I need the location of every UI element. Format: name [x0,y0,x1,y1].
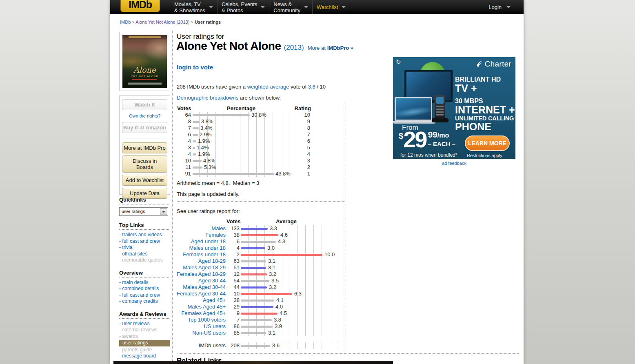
histogram-row-rating-7: 62.9%7 [176,131,311,138]
movie-year-link[interactable]: (2013) [284,44,304,52]
score-link[interactable]: 3.6 [308,84,315,90]
histogram-bar [193,173,274,175]
demographic-breakdowns-link[interactable]: Demographic breakdowns [177,95,238,101]
sidebar-item-trivia[interactable]: - trivia [119,244,170,251]
demographic-label-link[interactable]: Females [176,232,226,238]
demographic-label-link[interactable]: Males Aged 18-29 [176,264,226,271]
demographic-label-link[interactable]: Aged 30-44 [176,277,226,284]
select-arrow-button[interactable] [160,208,167,215]
demographic-row-females-aged-18-29: Females Aged 18-29123.2 [176,271,356,277]
ad-refresh-icon[interactable]: ↻ [396,59,401,65]
sidebar-item-trailers-and-videos[interactable]: - trailers and videos [119,232,170,238]
demographic-bar [241,319,272,321]
sidebar-item-official-sites[interactable]: - official sites [119,251,170,257]
breadcrumb-home-link[interactable]: IMDb [120,20,131,24]
movie-poster[interactable]: Alone YET NOT ALONE [122,35,167,88]
more-at-imdbpro-button[interactable]: More at IMDb Pro [122,142,167,153]
weighted-average-link[interactable]: weighted average [247,84,289,90]
demographic-label-link[interactable]: Aged under 18 [176,238,226,245]
demographic-header: Votes Average [176,218,356,225]
histogram-rating-value: 7 [298,131,310,138]
demographic-label-link[interactable]: Females Aged 30-44 [176,291,226,297]
demographic-label-link[interactable]: Females under 18 [176,251,226,258]
demographic-label-link[interactable]: US users [176,323,226,330]
demographic-votes-value: 86 [227,323,240,330]
histogram-row-rating-6: 41.9%6 [176,138,311,144]
demographic-label-link[interactable]: Males Aged 30-44 [176,284,226,291]
sidebar-item-parents-guide: - parents guide [119,347,170,353]
demographic-label-link[interactable]: Females Aged 45+ [176,310,226,317]
divider [177,353,519,354]
demographic-row-females: Females384.6 [176,232,356,238]
demographic-bar [241,293,292,295]
histogram-percentage-value: 4.8% [203,158,215,164]
main-content: User ratings for Alone Yet Not Alone (20… [176,0,458,364]
charter-ad-banner[interactable]: ↻ NO CONTRACTS Charter BRILLIANT HD TV +… [393,57,515,159]
sidebar-item-message-board[interactable]: - message board [119,353,170,360]
histogram-percentage-value: 5.3% [204,164,216,171]
sidebar-item-combined-details[interactable]: - combined details [119,286,170,292]
demographic-label-link[interactable]: Males under 18 [176,245,226,251]
ad-line: INTERNET + [455,104,515,115]
charter-flag-icon [475,60,483,68]
chevron-down-icon [506,6,511,8]
demographic-label-link[interactable]: Aged 45+ [176,297,226,304]
ad-feedback-link[interactable]: ad feedback [393,161,515,166]
poster-box: Alone YET NOT ALONE [119,32,170,91]
sidebar-item-company-credits[interactable]: - company credits [119,298,170,305]
own-the-rights-link[interactable]: Own the rights? [122,113,167,118]
more-at-label: More at [308,45,326,51]
movie-title: Alone Yet Not Alone [176,40,281,53]
sidebar-item-full-cast-and-crew[interactable]: - full cast and crew [119,238,170,245]
demographic-average-header: Average [276,218,297,224]
imdb-logo[interactable]: IMDb [120,0,160,12]
demographic-bar [241,300,274,302]
demographic-votes-value: 38 [227,297,240,304]
demographic-label-link[interactable]: Aged 18-29 [176,258,226,264]
demographic-bar [241,267,266,269]
price-each: – EACH – [428,140,455,147]
demographic-row-aged-30-44: Aged 30-44543.5 [176,277,356,284]
login-menu[interactable]: Login [488,0,515,14]
summary-text: vote of [291,84,306,90]
add-to-watchlist-button[interactable]: Add to Watchlist [122,175,167,186]
demographic-chart: Votes Average Males1333.3Females384.6Age… [176,218,356,349]
demographic-votes-value: 29 [227,304,240,310]
divider [177,201,346,202]
demographic-label-link[interactable]: Males [176,225,226,232]
demographic-row-top-1000-voters: Top 1000 voters73.8 [176,317,356,323]
demographic-label-link[interactable]: Top 1000 voters [176,317,226,323]
laptop-illustration [395,97,432,121]
demographic-label-link[interactable]: Non-US users [176,330,226,336]
demographic-label-link[interactable]: Males Aged 45+ [176,304,226,310]
quicklinks-select[interactable]: user ratings [119,207,168,216]
demographic-votes-value: 12 [227,271,240,277]
poster-tagline-strip [129,36,160,38]
demographic-votes-value: 10 [227,291,240,297]
histogram-header: Votes Percentage Rating [176,105,311,112]
summary-text: 208 IMDb users have given a [177,84,246,90]
sidebar-item-user-reviews[interactable]: - user reviews [119,321,170,327]
demographic-row-males-aged-18-29: Males Aged 18-29513.1 [176,264,356,271]
histogram-bar [193,160,202,162]
learn-more-button[interactable]: LEARN MORE [465,135,510,151]
see-report-line: See user ratings report for: [177,208,240,214]
login-to-vote-link[interactable]: login to vote [177,64,213,71]
sidebar-item-main-details[interactable]: - main details [119,280,170,286]
demographic-bar [241,234,278,236]
ad-line: PHONE [455,122,515,131]
discuss-in-boards-button[interactable]: Discuss in Boards [122,155,167,173]
demographic-votes-value: 63 [227,258,240,264]
histogram-votes-value: 3 [176,144,191,151]
sidebar-item-full-cast-and-crew[interactable]: - full cast and crew [119,292,170,299]
histogram-votes-value: 8 [176,118,191,125]
demographic-label-link[interactable]: Females Aged 18-29 [176,271,226,277]
imdbpro-link[interactable]: IMDbPro [327,45,349,51]
demographic-votes-value: 4 [227,245,240,251]
histogram-votes-value: 6 [176,131,191,138]
demographic-votes-value: 208 [227,342,240,349]
histogram-rating-value: 9 [298,118,310,125]
demographic-average-value: 3.1 [268,330,275,336]
sidebar-item-user-ratings[interactable]: user ratings [119,340,170,346]
summary-text: / 10 [317,84,326,90]
